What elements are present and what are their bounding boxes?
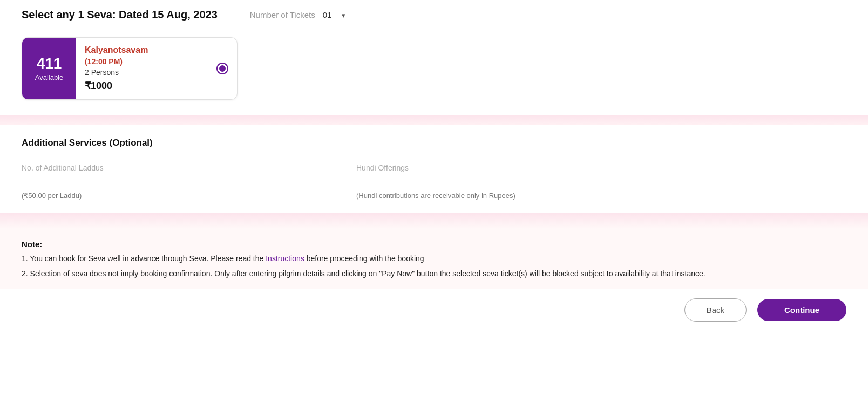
laddus-hint: (₹50.00 per Laddu) xyxy=(22,192,324,200)
note-label: Note: xyxy=(22,240,42,249)
action-bar: Back Continue xyxy=(0,289,868,331)
seva-available-count: 411 xyxy=(37,56,62,72)
note-1: 1. You can book for Seva well in advance… xyxy=(22,253,846,264)
seva-card[interactable]: 411 Available Kalyanotsavam (12:00 PM) 2… xyxy=(22,37,238,100)
seva-persons: 2 Persons xyxy=(85,68,228,77)
seva-time: (12:00 PM) xyxy=(85,57,228,66)
seva-price: ₹1000 xyxy=(85,80,228,92)
pink-divider xyxy=(0,115,868,125)
additional-fields: No. of Additional Laddus (₹50.00 per Lad… xyxy=(22,163,846,200)
seva-radio-button[interactable] xyxy=(216,63,228,74)
hundi-label: Hundi Offerings xyxy=(356,163,659,172)
seva-name: Kalyanotsavam xyxy=(85,45,228,55)
page-wrapper: Select any 1 Seva: Dated 15 Aug, 2023 Nu… xyxy=(0,0,868,402)
tickets-select[interactable]: 01 02 03 04 05 xyxy=(321,9,348,21)
tickets-label: Number of Tickets xyxy=(250,10,315,19)
note-1-end: before proceeding with the booking xyxy=(307,254,424,263)
laddus-field-group: No. of Additional Laddus (₹50.00 per Lad… xyxy=(22,163,324,200)
tickets-select-wrapper: 01 02 03 04 05 xyxy=(321,9,348,21)
top-section: Select any 1 Seva: Dated 15 Aug, 2023 Nu… xyxy=(0,0,868,32)
tickets-control: Number of Tickets 01 02 03 04 05 xyxy=(250,9,348,21)
instructions-link[interactable]: Instructions xyxy=(266,254,304,263)
seva-card-area: 411 Available Kalyanotsavam (12:00 PM) 2… xyxy=(0,32,868,113)
note-2: 2. Selection of seva does not imply book… xyxy=(22,268,846,280)
laddus-label: No. of Additional Laddus xyxy=(22,163,324,172)
hundi-hint: (Hundi contributions are receivable only… xyxy=(356,192,659,200)
back-button[interactable]: Back xyxy=(684,298,747,322)
seva-card-right: Kalyanotsavam (12:00 PM) 2 Persons ₹1000 xyxy=(76,38,237,99)
seva-radio-inner xyxy=(219,65,226,72)
seva-card-left: 411 Available xyxy=(22,38,76,99)
page-title: Select any 1 Seva: Dated 15 Aug, 2023 xyxy=(22,9,218,21)
hundi-input[interactable] xyxy=(356,174,659,188)
pink-bottom-band xyxy=(0,213,868,229)
additional-services-section: Additional Services (Optional) No. of Ad… xyxy=(0,125,868,210)
additional-services-title: Additional Services (Optional) xyxy=(22,138,846,148)
note-section: Note: 1. You can book for Seva well in a… xyxy=(0,229,868,289)
note-1-text: 1. You can book for Seva well in advance… xyxy=(22,254,263,263)
continue-button[interactable]: Continue xyxy=(757,299,846,321)
seva-available-label: Available xyxy=(35,73,64,81)
laddus-input[interactable] xyxy=(22,174,324,188)
hundi-field-group: Hundi Offerings (Hundi contributions are… xyxy=(356,163,659,200)
